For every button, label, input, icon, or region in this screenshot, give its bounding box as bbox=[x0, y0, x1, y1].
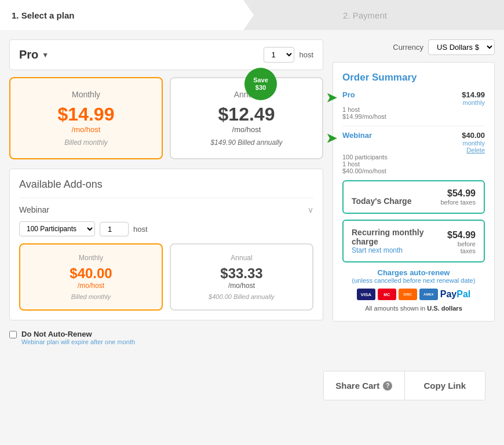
monthly-period: Monthly bbox=[22, 90, 150, 99]
visa-logo: VISA bbox=[357, 289, 375, 300]
todays-charge-amount: $54.99 bbox=[440, 188, 476, 199]
pro-item-price: $14.99 bbox=[462, 90, 485, 99]
webinar-monthly-per-host: /mo/host bbox=[30, 282, 152, 290]
webinar-item-name: Webinar bbox=[342, 131, 372, 140]
paypal-logo: PayPal bbox=[440, 289, 470, 300]
webinar-annual-billed-note: $400.00 Billed annually bbox=[180, 293, 303, 300]
recurring-charge-right: $54.99 before taxes bbox=[444, 230, 476, 254]
currency-row: Currency US Dollars $ Euro € bbox=[333, 39, 495, 55]
pro-arrow-icon: ➤ bbox=[326, 90, 337, 105]
host-selector: 1 2 5 10 host bbox=[264, 47, 313, 63]
webinar-item-sub3: $40.00/mo/host bbox=[342, 167, 485, 174]
plan-dropdown-arrow: ▼ bbox=[42, 51, 49, 59]
wizard-step-1[interactable]: 1. Select a plan bbox=[0, 0, 243, 30]
recurring-charge-note: before taxes bbox=[444, 240, 476, 254]
currency-label: Currency bbox=[393, 43, 423, 52]
webinar-item-sub2: 1 host bbox=[342, 161, 485, 167]
order-line-webinar: ➤ Webinar $40.00 monthly Delete 100 part… bbox=[342, 131, 485, 174]
annual-per-host: /mo/host bbox=[182, 125, 311, 134]
webinar-addon-name: Webinar bbox=[19, 205, 49, 214]
mastercard-logo: MC bbox=[378, 289, 396, 300]
webinar-annual-per-host: /mo/host bbox=[180, 282, 303, 290]
recurring-charge-label: Recurring monthly charge bbox=[352, 228, 444, 246]
wizard-step-1-label: 1. Select a plan bbox=[12, 10, 74, 20]
order-summary-title: Order Summary bbox=[342, 72, 485, 83]
share-cart-button[interactable]: Share Cart ? bbox=[324, 371, 405, 400]
wizard-step-2[interactable]: 2. Payment bbox=[243, 0, 487, 30]
webinar-monthly-card[interactable]: Monthly $40.00 /mo/host Billed monthly bbox=[19, 243, 163, 311]
participants-select[interactable]: 100 Participants 500 Participants 1000 P… bbox=[19, 221, 95, 236]
copy-link-label: Copy Link bbox=[423, 381, 466, 391]
save-badge-line2: $30 bbox=[255, 84, 266, 92]
todays-charge-label: Today's Charge bbox=[352, 196, 411, 206]
plan-name: Pro bbox=[19, 48, 38, 61]
addons-title: Available Add-ons bbox=[19, 178, 313, 191]
plan-pricing-row: Monthly $14.99 /mo/host Billed monthly A… bbox=[9, 77, 323, 159]
pro-item-sub1: 1 host bbox=[342, 106, 485, 113]
webinar-annual-card[interactable]: Annual $33.33 /mo/host $400.00 Billed an… bbox=[170, 243, 313, 311]
auto-renew-sublabel: Webinar plan will expire after one month bbox=[21, 338, 135, 345]
auto-renew-label: Do Not Auto-Renew bbox=[21, 330, 135, 338]
webinar-item-price: $40.00 bbox=[462, 131, 485, 140]
pro-line-header: Pro $14.99 monthly bbox=[342, 90, 485, 106]
webinar-delete-link[interactable]: Delete bbox=[462, 147, 485, 154]
currency-select[interactable]: US Dollars $ Euro € bbox=[428, 39, 495, 55]
wizard-step-2-label: 2. Payment bbox=[343, 10, 387, 20]
webinar-controls: 100 Participants 500 Participants 1000 P… bbox=[19, 221, 313, 236]
webinar-monthly-price: $40.00 bbox=[30, 265, 152, 282]
right-panel: Currency US Dollars $ Euro € Order Summa… bbox=[333, 39, 495, 345]
discover-logo: DISC bbox=[399, 289, 417, 300]
recurring-charge-left: Recurring monthly charge Start next mont… bbox=[352, 228, 444, 254]
monthly-per-host: /mo/host bbox=[22, 125, 150, 134]
auto-renew-row: Do Not Auto-Renew Webinar plan will expi… bbox=[9, 330, 323, 345]
auto-renew-notice: Charges auto-renew (unless cancelled bef… bbox=[342, 268, 485, 284]
amex-logo: AMEX bbox=[419, 289, 438, 300]
webinar-host-label: host bbox=[133, 225, 148, 234]
pro-item-sub2: $14.99/mo/host bbox=[342, 113, 485, 120]
charges-auto-renew-sub: (unless cancelled before next renewal da… bbox=[342, 277, 485, 284]
save-badge-line1: Save bbox=[253, 76, 268, 84]
todays-charge-box: Today's Charge $54.99 before taxes bbox=[342, 180, 485, 214]
annual-billed-note: $149.90 Billed annually bbox=[182, 138, 311, 147]
recurring-charge-amount: $54.99 bbox=[444, 230, 476, 240]
recurring-charge-sublabel: Start next month bbox=[352, 246, 444, 254]
webinar-addon: Webinar ∨ 100 Participants 500 Participa… bbox=[19, 198, 313, 311]
webinar-chevron-icon: ∨ bbox=[308, 205, 313, 214]
host-label: host bbox=[299, 50, 313, 59]
recurring-charge-box: Recurring monthly charge Start next mont… bbox=[342, 220, 485, 262]
monthly-price: $14.99 bbox=[22, 104, 150, 125]
host-count-select[interactable]: 1 2 5 10 bbox=[264, 47, 294, 63]
monthly-billed-note: Billed monthly bbox=[22, 138, 150, 147]
auto-renew-checkbox[interactable] bbox=[9, 331, 17, 338]
usd-note-bold: U.S. dollars bbox=[427, 305, 462, 312]
pro-item-freq: monthly bbox=[462, 99, 485, 106]
todays-charge-note: before taxes bbox=[440, 199, 476, 206]
usd-note: All amounts shown in U.S. dollars bbox=[342, 305, 485, 312]
webinar-host-input[interactable] bbox=[100, 222, 129, 236]
order-summary: Order Summary ➤ Pro $14.99 monthly 1 hos… bbox=[333, 62, 495, 322]
copy-link-button[interactable]: Copy Link bbox=[405, 371, 485, 400]
share-cart-label: Share Cart bbox=[335, 381, 379, 391]
webinar-monthly-period: Monthly bbox=[30, 254, 152, 262]
annual-price: $12.49 bbox=[182, 104, 311, 125]
auto-renew-text: Do Not Auto-Renew Webinar plan will expi… bbox=[21, 330, 135, 345]
bottom-buttons: Share Cart ? Copy Link bbox=[323, 371, 485, 400]
share-cart-help-icon: ? bbox=[383, 381, 392, 391]
save-badge: Save $30 bbox=[244, 68, 277, 100]
webinar-arrow-icon: ➤ bbox=[326, 131, 337, 146]
charges-auto-renew-text: Charges auto-renew bbox=[342, 268, 485, 277]
addons-section: Available Add-ons Webinar ∨ 100 Particip… bbox=[9, 169, 323, 320]
plan-dropdown[interactable]: Pro ▼ bbox=[19, 48, 49, 61]
webinar-annual-period: Annual bbox=[180, 254, 303, 262]
webinar-item-freq: monthly bbox=[462, 140, 485, 147]
payment-logos: VISA MC DISC AMEX PayPal bbox=[342, 289, 485, 300]
webinar-item-sub1: 100 participants bbox=[342, 154, 485, 161]
monthly-plan-card[interactable]: Monthly $14.99 /mo/host Billed monthly bbox=[9, 77, 163, 159]
order-line-pro: ➤ Pro $14.99 monthly 1 host $14.99/mo/ho… bbox=[342, 90, 485, 120]
webinar-line-header: Webinar $40.00 monthly Delete bbox=[342, 131, 485, 154]
webinar-addon-header[interactable]: Webinar ∨ bbox=[19, 205, 313, 214]
webinar-annual-price: $33.33 bbox=[180, 265, 303, 282]
todays-charge-right: $54.99 before taxes bbox=[440, 188, 476, 206]
webinar-monthly-billed-note: Billed monthly bbox=[30, 293, 152, 300]
pro-item-name: Pro bbox=[342, 90, 355, 99]
